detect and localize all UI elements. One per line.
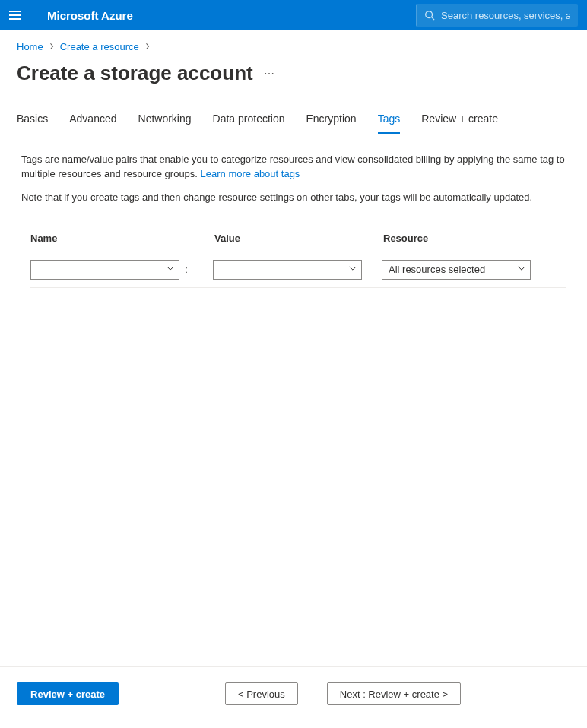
page-title: Create a storage account xyxy=(17,62,253,85)
next-button[interactable]: Next : Review + create > xyxy=(327,682,461,705)
tag-row: : All resources selected xyxy=(30,252,566,288)
tab-encryption[interactable]: Encryption xyxy=(306,112,357,134)
svg-line-1 xyxy=(432,17,435,21)
svg-point-0 xyxy=(426,11,433,18)
desc-para2: Note that if you create tags and then ch… xyxy=(21,191,566,205)
tabs: Basics Advanced Networking Data protecti… xyxy=(0,85,587,135)
search-box[interactable] xyxy=(416,4,578,27)
tag-name-combo[interactable] xyxy=(30,260,179,280)
chevron-right-icon xyxy=(145,41,150,52)
tab-basics[interactable]: Basics xyxy=(17,112,48,134)
col-header-resource: Resource xyxy=(383,233,566,244)
top-header: Microsoft Azure xyxy=(0,0,587,30)
footer: Review + create < Previous Next : Review… xyxy=(0,666,587,728)
chevron-right-icon xyxy=(49,41,54,52)
review-create-button[interactable]: Review + create xyxy=(17,682,119,705)
search-input[interactable] xyxy=(441,10,570,21)
tab-data-protection[interactable]: Data protection xyxy=(213,112,285,134)
breadcrumb-home[interactable]: Home xyxy=(17,41,43,52)
col-header-name: Name xyxy=(30,233,214,244)
tag-separator: : xyxy=(179,264,193,275)
title-row: Create a storage account ⋯ xyxy=(0,52,587,85)
tab-review-create[interactable]: Review + create xyxy=(421,112,498,134)
brand-label: Microsoft Azure xyxy=(47,9,133,22)
tab-networking[interactable]: Networking xyxy=(138,112,192,134)
chevron-down-icon xyxy=(518,266,525,274)
description: Tags are name/value pairs that enable yo… xyxy=(0,135,587,214)
chevron-down-icon xyxy=(349,266,357,274)
previous-button[interactable]: < Previous xyxy=(225,682,298,705)
col-header-value: Value xyxy=(214,233,383,244)
tab-advanced[interactable]: Advanced xyxy=(69,112,116,134)
tag-value-combo[interactable] xyxy=(213,260,362,280)
breadcrumb: Home Create a resource xyxy=(0,30,587,52)
hamburger-menu-icon[interactable] xyxy=(9,8,24,23)
tag-table: Name Value Resource : All resources sele… xyxy=(0,214,587,288)
tag-table-header: Name Value Resource xyxy=(30,233,566,252)
tab-tags[interactable]: Tags xyxy=(378,112,401,134)
learn-more-link[interactable]: Learn more about tags xyxy=(201,168,300,179)
tag-resource-combo[interactable]: All resources selected xyxy=(382,260,531,280)
tag-resource-value: All resources selected xyxy=(389,264,485,275)
more-actions-icon[interactable]: ⋯ xyxy=(264,68,275,80)
breadcrumb-create-resource[interactable]: Create a resource xyxy=(60,41,139,52)
search-icon xyxy=(424,10,435,21)
chevron-down-icon xyxy=(167,266,174,274)
